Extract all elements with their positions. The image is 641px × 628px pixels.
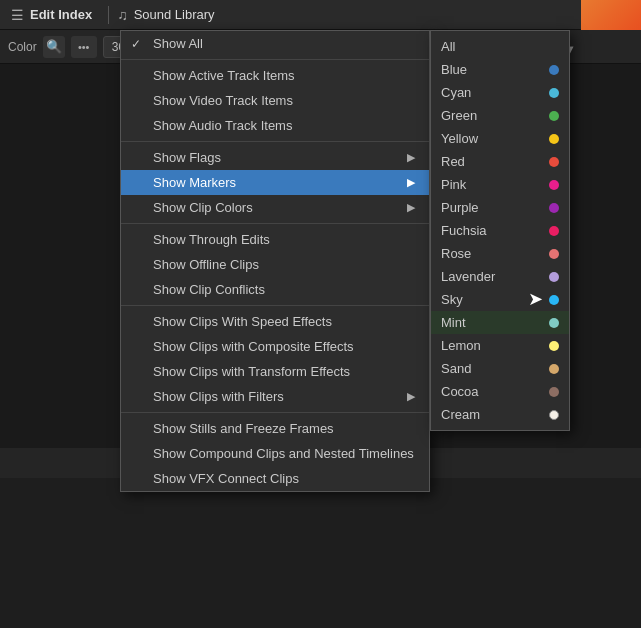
menu-item-show-offline[interactable]: Show Offline Clips [121,252,429,277]
color-submenu: All Blue Cyan Green Yellow Red Pink Purp… [430,30,570,431]
menu-item-show-vfx[interactable]: Show VFX Connect Clips [121,466,429,491]
menu-sep-2 [121,141,429,142]
menu-item-show-stills[interactable]: Show Stills and Freeze Frames [121,416,429,441]
menu-item-show-audio[interactable]: Show Audio Track Items [121,113,429,138]
menu-sep-1 [121,59,429,60]
menu-item-show-active[interactable]: Show Active Track Items [121,63,429,88]
color-item-pink[interactable]: Pink [431,173,569,196]
sound-library-icon: ♫ [117,7,128,23]
color-item-green[interactable]: Green [431,104,569,127]
blue-dot [549,65,559,75]
menu-item-show-clip-colors[interactable]: Show Clip Colors ▶ [121,195,429,220]
pink-dot [549,180,559,190]
color-label: Color [8,40,37,54]
sound-library-title: Sound Library [134,7,215,22]
color-item-rose[interactable]: Rose [431,242,569,265]
green-dot [549,111,559,121]
edit-index-icon: ☰ [8,6,26,24]
fuchsia-dot [549,226,559,236]
arrow-icon-markers: ▶ [407,176,415,189]
cyan-dot [549,88,559,98]
menu-item-show-speed[interactable]: Show Clips With Speed Effects [121,309,429,334]
lavender-dot [549,272,559,282]
edit-index-title: Edit Index [30,7,92,22]
color-item-cocoa[interactable]: Cocoa [431,380,569,403]
color-item-cream[interactable]: Cream [431,403,569,426]
menu-item-show-flags[interactable]: Show Flags ▶ [121,145,429,170]
menu-item-show-composite[interactable]: Show Clips with Composite Effects [121,334,429,359]
sand-dot [549,364,559,374]
menu-sep-5 [121,412,429,413]
menu-sep-4 [121,305,429,306]
orange-badge [581,0,641,30]
lemon-dot [549,341,559,351]
color-item-cyan[interactable]: Cyan [431,81,569,104]
purple-dot [549,203,559,213]
color-item-purple[interactable]: Purple [431,196,569,219]
color-item-yellow[interactable]: Yellow [431,127,569,150]
color-item-red[interactable]: Red [431,150,569,173]
color-item-all[interactable]: All [431,35,569,58]
color-item-mint[interactable]: Mint [431,311,569,334]
red-dot [549,157,559,167]
menu-item-show-conflicts[interactable]: Show Clip Conflicts [121,277,429,302]
top-bar: ☰ Edit Index ♫ Sound Library [0,0,641,30]
menu-item-show-all[interactable]: Show All [121,31,429,56]
menu-item-show-through-edits[interactable]: Show Through Edits [121,227,429,252]
top-bar-divider [108,6,109,24]
yellow-dot [549,134,559,144]
arrow-icon: ▶ [407,151,415,164]
menu-sep-3 [121,223,429,224]
color-item-sand[interactable]: Sand [431,357,569,380]
color-item-lemon[interactable]: Lemon [431,334,569,357]
menu-item-show-filters[interactable]: Show Clips with Filters ▶ [121,384,429,409]
search-button[interactable]: 🔍 [43,36,65,58]
menu-item-show-markers[interactable]: Show Markers ▶ [121,170,429,195]
menu-item-show-transform[interactable]: Show Clips with Transform Effects [121,359,429,384]
more-button[interactable]: ••• [71,36,97,58]
color-item-fuchsia[interactable]: Fuchsia [431,219,569,242]
mint-dot [549,318,559,328]
main-dropdown-menu: Show All Show Active Track Items Show Vi… [120,30,430,492]
color-item-blue[interactable]: Blue [431,58,569,81]
arrow-icon-colors: ▶ [407,201,415,214]
color-item-sky[interactable]: Sky [431,288,569,311]
color-item-lavender[interactable]: Lavender [431,265,569,288]
rose-dot [549,249,559,259]
cream-dot [549,410,559,420]
arrow-icon-filters: ▶ [407,390,415,403]
menu-item-show-video[interactable]: Show Video Track Items [121,88,429,113]
sky-dot [549,295,559,305]
menu-item-show-compound[interactable]: Show Compound Clips and Nested Timelines [121,441,429,466]
cocoa-dot [549,387,559,397]
